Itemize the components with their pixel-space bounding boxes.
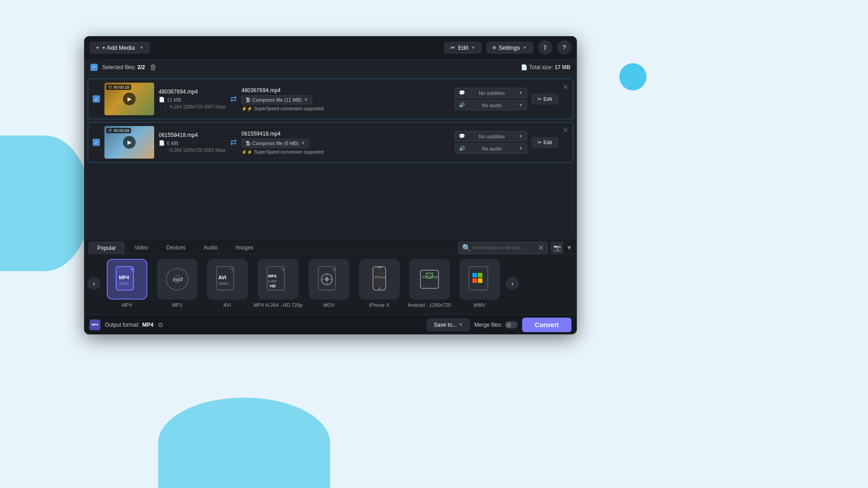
file2-edit-button[interactable]: ✂ Edit — [532, 137, 558, 148]
format-mp4hd[interactable]: MP4 H.264 HD MP4 H.264 - HD 720p — [254, 259, 302, 308]
format-wmv[interactable]: WMV — [456, 259, 503, 308]
add-media-label: + Add Media — [102, 44, 135, 51]
tab-devices[interactable]: Devices — [158, 242, 194, 253]
format-grid: ‹ MP4 VIDEO MP4 — [84, 254, 577, 312]
compress-icon: 🗜 — [245, 97, 250, 103]
svg-rect-42 — [478, 273, 482, 277]
svg-text:VIDEO: VIDEO — [119, 282, 129, 285]
file-row-1: ✓ ⏱00:00:18 ▶ 480367694.mp4 📄 11 MB ⋮⋮ H… — [88, 79, 573, 119]
scissors-icon-2: ✂ — [538, 140, 542, 145]
help-button[interactable]: ? — [557, 40, 571, 55]
file2-audio-select[interactable]: 🔊 No audio ▼ — [455, 143, 527, 154]
edit-label: Edit — [458, 44, 468, 51]
file2-duration: ⏱00:00:09 — [106, 128, 131, 133]
svg-rect-32 — [421, 271, 438, 287]
tab-images[interactable]: Images — [227, 242, 261, 253]
format-next-button[interactable]: › — [506, 277, 519, 290]
settings-chevron: ▼ — [523, 45, 527, 50]
format-mp4hd-label: MP4 H.264 - HD 720p — [254, 302, 302, 308]
format-android-icon: ANDROID — [409, 259, 450, 300]
file-row-2: ✓ ⏱00:00:09 ▶ 061559418.mp4 📄 6 MB ⋮⋮ H.… — [88, 122, 573, 163]
bg-blob-bottom — [158, 398, 330, 488]
save-to-chevron: ▼ — [458, 322, 463, 327]
svg-point-38 — [430, 275, 431, 276]
save-to-label: Save to... — [434, 322, 457, 328]
file1-superspeed: ⚡⚡ SuperSpeed conversion supported — [241, 106, 450, 111]
file1-codec: ⋮⋮ H.264 1280x720 4907 Kbps — [159, 104, 226, 109]
file1-compress-button[interactable]: 🗜 Compress file (11 MB) ▼ — [241, 95, 312, 104]
file2-play-button[interactable]: ▶ — [123, 136, 136, 149]
svg-text:iPhone: iPhone — [375, 275, 386, 279]
file2-checkbox[interactable]: ✓ — [93, 139, 100, 146]
format-iphone[interactable]: iPhone iPhone X — [355, 259, 403, 308]
output-format: Output format: MP4 — [105, 322, 153, 328]
file1-duration: ⏱00:00:18 — [106, 84, 131, 90]
format-mov-icon — [309, 259, 349, 300]
share-button[interactable]: ⇪ — [538, 40, 552, 55]
format-avi-icon: AVI VIDEO — [207, 259, 248, 300]
file2-close-button[interactable]: ✕ — [562, 126, 568, 135]
format-avi[interactable]: AVI VIDEO AVI — [203, 259, 251, 308]
total-size-value: 17 MB — [555, 64, 571, 70]
tab-audio[interactable]: Audio — [196, 242, 226, 253]
screenshot-icon-button[interactable]: 📷 — [551, 241, 563, 254]
share-icon: ⇪ — [542, 44, 548, 51]
delete-icon[interactable]: 🗑 — [150, 63, 157, 71]
format-iphone-label: iPhone X — [369, 302, 389, 308]
add-media-button[interactable]: + + Add Media ▼ — [90, 42, 150, 54]
merge-files-toggle[interactable] — [505, 321, 518, 328]
settings-label: Settings — [499, 44, 520, 51]
search-input[interactable] — [473, 245, 536, 250]
format-tabs: Popular Video Devices Audio Images 🔍 ✕ 📷… — [84, 238, 577, 254]
file1-subtitle-select[interactable]: 💬 No subtitles ▼ — [455, 88, 527, 98]
settings-button[interactable]: ≡ Settings ▼ — [486, 42, 533, 54]
edit-button[interactable]: ✂ Edit ▼ — [444, 42, 481, 54]
file2-output: 061559418.mp4 🗜 Compress file (6 MB) ▼ ⚡… — [241, 131, 450, 155]
select-all-checkbox[interactable]: ✓ — [90, 64, 98, 71]
format-mp3[interactable]: mp3 MP3 — [153, 259, 201, 308]
file2-superspeed: ⚡⚡ SuperSpeed conversion supported — [241, 150, 450, 155]
svg-text:H.264: H.264 — [268, 280, 277, 283]
file2-thumbnail[interactable]: ⏱00:00:09 ▶ — [104, 126, 154, 159]
format-wmv-icon — [459, 259, 500, 300]
avi-svg: AVI VIDEO — [213, 265, 242, 294]
file2-compress-button[interactable]: 🗜 Compress file (6 MB) ▼ — [241, 139, 309, 148]
svg-rect-29 — [377, 267, 382, 268]
tab-video[interactable]: Video — [126, 242, 156, 253]
convert-button[interactable]: Convert — [522, 318, 571, 332]
file1-audio-select[interactable]: 🔊 No audio ▼ — [455, 100, 527, 110]
format-iphone-icon: iPhone — [359, 259, 400, 300]
format-mp3-icon: mp3 — [157, 259, 198, 300]
clear-search-icon[interactable]: ✕ — [538, 244, 544, 252]
file1-thumbnail[interactable]: ⏱00:00:18 ▶ — [104, 83, 154, 115]
format-mov[interactable]: MOV — [305, 259, 353, 308]
format-mp4[interactable]: MP4 VIDEO MP4 — [103, 259, 151, 308]
subtitle-icon: 💬 — [459, 90, 465, 96]
output-settings-icon[interactable]: ⚙ — [158, 321, 164, 328]
file1-play-button[interactable]: ▶ — [123, 93, 136, 105]
svg-text:VIDEO: VIDEO — [218, 282, 228, 285]
file2-info: 061559418.mp4 📄 6 MB ⋮⋮ H.264 1280x720 5… — [159, 132, 226, 153]
scissors-icon: ✂ — [450, 44, 455, 51]
format-android[interactable]: ANDROID Android - 1280x720 — [406, 259, 453, 308]
file1-close-button[interactable]: ✕ — [562, 83, 568, 91]
save-to-button[interactable]: Save to... ▼ — [427, 319, 470, 331]
file1-checkbox[interactable]: ✓ — [93, 95, 100, 103]
svg-text:MP4: MP4 — [119, 275, 130, 280]
add-media-chevron: ▼ — [139, 45, 144, 50]
svg-rect-41 — [472, 273, 477, 277]
scissors-icon-1: ✂ — [538, 96, 542, 102]
format-mp4hd-icon: MP4 H.264 HD — [258, 259, 298, 300]
format-section: Popular Video Devices Audio Images 🔍 ✕ 📷… — [84, 237, 577, 334]
svg-text:HD: HD — [270, 284, 276, 288]
expand-icon[interactable]: ▼ — [566, 244, 572, 251]
audio-icon: 🔊 — [459, 102, 465, 108]
mp4-svg: MP4 VIDEO — [113, 265, 142, 294]
subtitle-icon-2: 💬 — [459, 133, 465, 139]
tab-popular[interactable]: Popular — [89, 242, 124, 254]
format-prev-button[interactable]: ‹ — [88, 277, 100, 290]
file2-subtitle-select[interactable]: 💬 No subtitles ▼ — [455, 131, 527, 141]
iphone-svg: iPhone — [365, 265, 394, 294]
svg-text:mp3: mp3 — [173, 277, 183, 282]
file1-edit-button[interactable]: ✂ Edit — [532, 94, 558, 104]
